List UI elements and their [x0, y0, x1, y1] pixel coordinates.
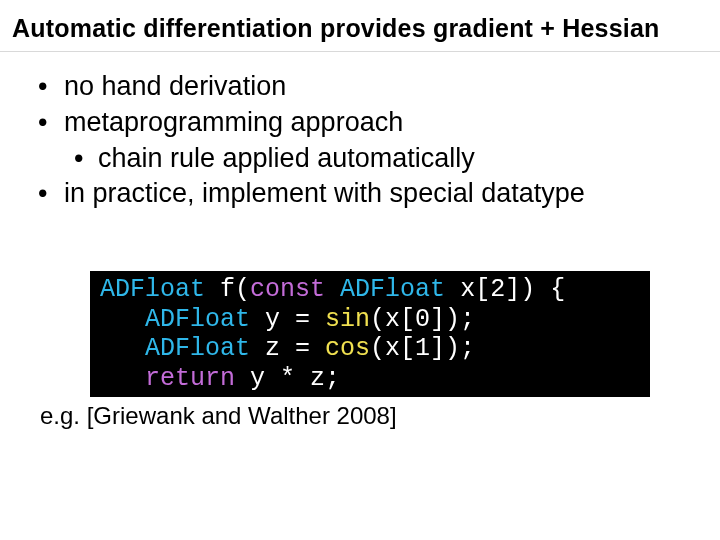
- bullet-subitem: chain rule applied automatically: [64, 142, 710, 176]
- code-token: (: [235, 275, 250, 304]
- code-token: y =: [250, 305, 325, 334]
- code-token: (x[0]);: [370, 305, 475, 334]
- code-token: x[2]) {: [445, 275, 565, 304]
- citation: e.g. [Griewank and Walther 2008]: [10, 397, 710, 431]
- code-token-type: ADFloat: [340, 275, 445, 304]
- slide-body: no hand derivation metaprogramming appro…: [0, 52, 720, 431]
- bullet-sublist: chain rule applied automatically: [64, 142, 710, 176]
- bullet-item: in practice, implement with special data…: [10, 177, 710, 211]
- code-token-call: sin: [325, 305, 370, 334]
- code-token-type: ADFloat: [100, 275, 205, 304]
- bullet-text: metaprogramming approach: [64, 107, 403, 137]
- code-token-fn: f: [220, 275, 235, 304]
- code-indent: [100, 334, 145, 363]
- code-indent: [100, 364, 145, 393]
- code-token-keyword: const: [250, 275, 325, 304]
- bullet-item: no hand derivation: [10, 70, 710, 104]
- code-token-call: cos: [325, 334, 370, 363]
- bullet-item: metaprogramming approach chain rule appl…: [10, 106, 710, 176]
- slide-title: Automatic differentiation provides gradi…: [0, 0, 720, 52]
- code-token: (x[1]);: [370, 334, 475, 363]
- code-indent: [100, 305, 145, 334]
- slide: Automatic differentiation provides gradi…: [0, 0, 720, 540]
- code-block: ADFloat f(const ADFloat x[2]) { ADFloat …: [90, 271, 650, 397]
- code-token-type: ADFloat: [145, 305, 250, 334]
- code-token-keyword: return: [145, 364, 235, 393]
- code-token-type: ADFloat: [145, 334, 250, 363]
- code-token: z =: [250, 334, 325, 363]
- code-token: y * z;: [235, 364, 340, 393]
- bullet-list: no hand derivation metaprogramming appro…: [10, 70, 710, 211]
